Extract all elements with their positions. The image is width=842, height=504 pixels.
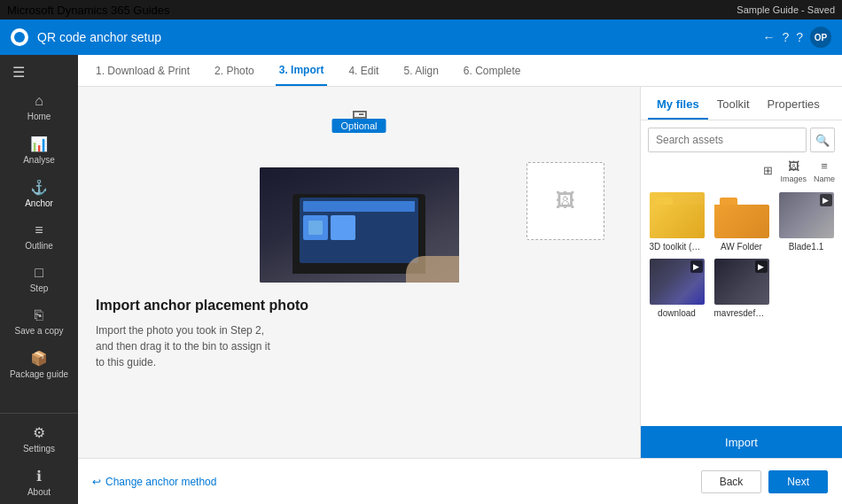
title-bar-app-name: Microsoft Dynamics 365 Guides bbox=[7, 4, 170, 17]
sidebar-item-step-label: Step bbox=[30, 283, 49, 293]
tab-my-files[interactable]: My files bbox=[648, 87, 708, 120]
package-icon: 📦 bbox=[30, 350, 48, 367]
panel-tabs: My files Toolkit Properties bbox=[641, 87, 842, 120]
filter-icon: ⊞ bbox=[763, 164, 773, 177]
right-panel: My files Toolkit Properties 🔍 ⊞ bbox=[640, 87, 842, 458]
asset-thumb-aw-folder bbox=[714, 192, 769, 238]
sidebar-item-package[interactable]: 📦 Package guide bbox=[0, 343, 78, 386]
anchor-image-container bbox=[260, 167, 459, 283]
back-button[interactable]: Back bbox=[701, 470, 762, 493]
asset-label-3d-toolkit: 3D toolkit (custom) bbox=[650, 242, 705, 252]
asset-thumb-download: ▶ bbox=[650, 259, 705, 305]
drop-zone[interactable]: 🖼 bbox=[526, 162, 604, 240]
tab-properties[interactable]: Properties bbox=[759, 87, 829, 120]
step-1[interactable]: 1. Download & Print bbox=[92, 55, 193, 86]
avatar[interactable]: OP bbox=[810, 27, 831, 48]
assets-grid: 3D toolkit (custom) AW Folder bbox=[641, 189, 842, 426]
import-info: Import anchor placement photo Import the… bbox=[96, 297, 622, 370]
change-anchor-link[interactable]: ↩ Change anchor method bbox=[92, 476, 216, 488]
sidebar-item-analyse-label: Analyse bbox=[23, 155, 55, 165]
title-bar-doc-status: Sample Guide - Saved bbox=[737, 4, 835, 15]
sidebar-item-outline-label: Outline bbox=[25, 241, 53, 251]
import-desc: Import the photo you took in Step 2, and… bbox=[96, 322, 273, 370]
next-button[interactable]: Next bbox=[768, 470, 828, 493]
import-button[interactable]: Import bbox=[641, 426, 842, 458]
sidebar-item-anchor[interactable]: ⚓ Anchor bbox=[0, 172, 78, 215]
anchor-icon: ⚓ bbox=[30, 179, 48, 196]
sidebar-item-outline[interactable]: ≡ Outline bbox=[0, 215, 78, 258]
hamburger-icon[interactable]: ☰ bbox=[0, 58, 78, 86]
search-icon: 🔍 bbox=[815, 134, 830, 147]
sidebar-bottom: ⚙ Settings ℹ About bbox=[0, 413, 78, 504]
editor-area: 🖥 Optional bbox=[78, 87, 640, 458]
anchor-image bbox=[260, 167, 459, 283]
step-4[interactable]: 4. Edit bbox=[345, 55, 382, 86]
steps-nav: 1. Download & Print 2. Photo 3. Import 4… bbox=[78, 55, 842, 87]
outline-icon: ≡ bbox=[35, 222, 43, 238]
video-badge-icon-2: ▶ bbox=[693, 262, 699, 271]
asset-aw-folder[interactable]: AW Folder bbox=[713, 192, 770, 252]
question-icon[interactable]: ? bbox=[796, 30, 803, 44]
asset-label-download: download bbox=[658, 308, 696, 318]
name-view-control[interactable]: ≡ Name bbox=[814, 159, 835, 183]
settings-icon: ⚙ bbox=[33, 424, 45, 441]
sidebar-item-save-copy-label: Save a copy bbox=[14, 326, 63, 336]
sidebar-item-settings-label: Settings bbox=[23, 444, 55, 454]
sidebar-item-package-label: Package guide bbox=[10, 369, 68, 379]
mavres-badge: ▶ bbox=[755, 260, 768, 273]
back-icon[interactable]: ← bbox=[762, 30, 775, 44]
change-anchor-label: Change anchor method bbox=[105, 476, 216, 488]
main-layout: ☰ ⌂ Home 📊 Analyse ⚓ Anchor ≡ Outline □ … bbox=[0, 55, 842, 504]
sidebar-item-about[interactable]: ℹ About bbox=[0, 461, 78, 504]
video-badge-icon-3: ▶ bbox=[758, 262, 764, 271]
asset-thumb-blade: ▶ bbox=[779, 192, 834, 238]
video-badge-icon: ▶ bbox=[823, 196, 829, 205]
sidebar-item-about-label: About bbox=[27, 487, 51, 497]
images-view-label: Images bbox=[780, 174, 807, 183]
title-bar: Microsoft Dynamics 365 Guides Sample Gui… bbox=[0, 0, 842, 19]
step-5[interactable]: 5. Align bbox=[400, 55, 441, 86]
search-input[interactable] bbox=[648, 128, 807, 152]
sidebar-item-settings[interactable]: ⚙ Settings bbox=[0, 417, 78, 461]
import-title: Import anchor placement photo bbox=[96, 297, 622, 315]
images-view-control[interactable]: 🖼 Images bbox=[780, 159, 807, 183]
sidebar-item-home-label: Home bbox=[27, 112, 51, 121]
app-title: QR code anchor setup bbox=[37, 30, 161, 44]
sidebar-item-home[interactable]: ⌂ Home bbox=[0, 86, 78, 128]
home-icon: ⌂ bbox=[35, 93, 43, 109]
asset-thumb-3d-toolkit bbox=[650, 192, 705, 238]
footer: ↩ Change anchor method Back Next bbox=[78, 458, 842, 504]
help-icon[interactable]: ? bbox=[782, 30, 789, 44]
about-icon: ℹ bbox=[36, 468, 42, 485]
asset-blade[interactable]: ▶ Blade1.1 bbox=[777, 192, 835, 252]
sidebar-item-step[interactable]: □ Step bbox=[0, 258, 78, 300]
filter-control[interactable]: ⊞ bbox=[763, 164, 773, 179]
main-content: 🖥 Optional bbox=[78, 87, 842, 458]
asset-label-aw-folder: AW Folder bbox=[721, 242, 762, 252]
drop-zone-icon: 🖼 bbox=[556, 190, 575, 213]
panel-view-controls: ⊞ 🖼 Images ≡ Name bbox=[641, 159, 842, 189]
step-6[interactable]: 6. Complete bbox=[460, 55, 525, 86]
tab-toolkit[interactable]: Toolkit bbox=[708, 87, 759, 120]
content-area: 1. Download & Print 2. Photo 3. Import 4… bbox=[78, 55, 842, 504]
asset-thumb-mavres: ▶ bbox=[714, 259, 769, 305]
footer-buttons: Back Next bbox=[701, 470, 828, 493]
step-2[interactable]: 2. Photo bbox=[211, 55, 258, 86]
app-logo bbox=[11, 28, 28, 46]
images-icon: 🖼 bbox=[788, 159, 799, 173]
name-icon: ≡ bbox=[821, 159, 828, 173]
sidebar-item-analyse[interactable]: 📊 Analyse bbox=[0, 128, 78, 172]
search-button[interactable]: 🔍 bbox=[810, 128, 835, 152]
optional-badge: Optional bbox=[332, 119, 386, 133]
step-icon: □ bbox=[35, 265, 43, 281]
save-copy-icon: ⎘ bbox=[35, 307, 43, 323]
step-3[interactable]: 3. Import bbox=[276, 55, 328, 86]
analyse-icon: 📊 bbox=[30, 136, 48, 152]
sidebar-item-save-copy[interactable]: ⎘ Save a copy bbox=[0, 300, 78, 343]
asset-3d-toolkit[interactable]: 3D toolkit (custom) bbox=[648, 192, 706, 252]
asset-download[interactable]: ▶ download bbox=[648, 259, 706, 318]
download-badge: ▶ bbox=[690, 260, 703, 273]
blade-badge: ▶ bbox=[820, 194, 832, 206]
asset-mavres[interactable]: ▶ mavresdefault bbox=[713, 259, 770, 318]
asset-label-mavres: mavresdefault bbox=[714, 308, 769, 318]
